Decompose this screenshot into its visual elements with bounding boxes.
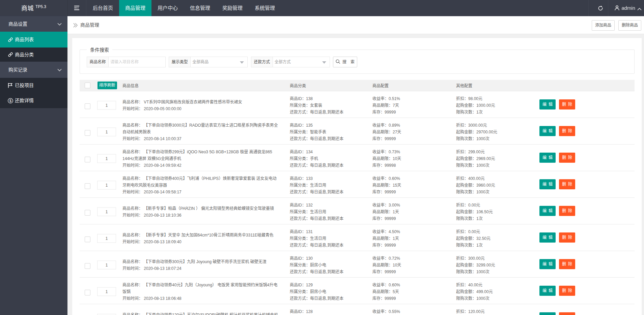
svg-text:$: $ xyxy=(9,99,12,103)
